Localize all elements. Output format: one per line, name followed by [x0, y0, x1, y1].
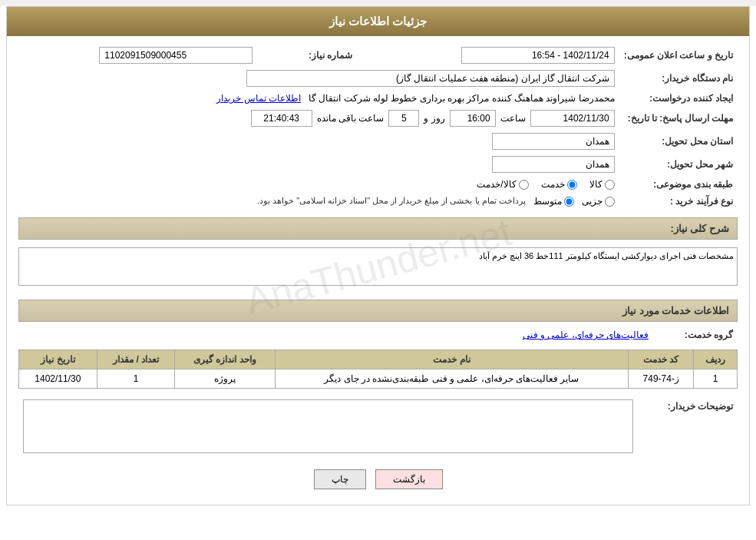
- province-value: همدان: [492, 133, 615, 150]
- cell-name: سایر فعالیت‌های حرفه‌ای، علمی و فنی طبقه…: [275, 369, 629, 389]
- col-date: تاریخ نیاز: [19, 350, 97, 369]
- requester-value: محمدرضا شیراوند هماهنگ کننده مراکز بهره …: [309, 93, 615, 104]
- page-header: جزئیات اطلاعات نیاز: [7, 7, 749, 36]
- cell-row: 1: [694, 369, 738, 389]
- radio-motevaset-label: متوسط: [533, 196, 562, 207]
- purchase-type-row: جزیی متوسط پرداخت تمام یا بخشی از مبلغ خ…: [23, 196, 615, 207]
- service-info-label: اطلاعات خدمات مورد نیاز: [622, 305, 729, 316]
- deadline-remaining-label: ساعت باقی مانده: [317, 113, 385, 124]
- buyer-desc-textarea[interactable]: [23, 399, 633, 453]
- city-label: شهر محل تحویل:: [619, 153, 738, 176]
- purchase-note: پرداخت تمام یا بخشی از مبلغ خریدار از مح…: [257, 196, 526, 206]
- cell-unit: پروژه: [175, 369, 275, 389]
- row-service-group: گروه خدمت: فعالیت‌های حرفه‌ای، علمی و فن…: [18, 326, 738, 343]
- need-desc-area: AnaThunder.net <span data-bind="fields.n…: [18, 244, 738, 292]
- page-outer: جزئیات اطلاعات نیاز تاریخ و ساعت اعلان ع…: [6, 6, 750, 505]
- radio-kala-khedmat-label: کالا/خدمت: [477, 179, 516, 190]
- back-button[interactable]: بازگشت: [375, 469, 443, 489]
- col-unit: واحد اندازه گیری: [175, 350, 275, 369]
- deadline-row: 1402/11/30 ساعت 16:00 روز و 5 ساعت باقی …: [23, 110, 615, 127]
- service-group-label: گروه خدمت:: [653, 326, 738, 343]
- need-number-label: شماره نیاز:: [257, 44, 357, 67]
- deadline-day-label: روز و: [424, 113, 444, 124]
- main-content: تاریخ و ساعت اعلان عمومی: 1402/11/24 - 1…: [7, 36, 749, 505]
- announce-value: 1402/11/24 - 16:54: [461, 47, 615, 64]
- service-table-header-row: ردیف کد خدمت نام خدمت واحد اندازه گیری ت…: [19, 350, 738, 369]
- service-table-body: 1ز-74-749سایر فعالیت‌های حرفه‌ای، علمی و…: [19, 369, 738, 389]
- table-row: 1ز-74-749سایر فعالیت‌های حرفه‌ای، علمی و…: [19, 369, 738, 389]
- need-desc-textarea[interactable]: <span data-bind="fields.need_desc_value"…: [18, 247, 738, 286]
- row-requester: ایجاد کننده درخواست: محمدرضا شیراوند هما…: [18, 90, 738, 107]
- row-buyer-desc: توضیحات خریدار:: [18, 396, 738, 459]
- deadline-date: 1402/11/30: [530, 110, 615, 127]
- deadline-remaining: 21:40:43: [251, 110, 312, 127]
- row-purchase-type: نوع فرآیند خرید : جزیی متوسط پرداخت تمام…: [18, 193, 738, 210]
- category-radios: کالا خدمت کالا/خدمت: [23, 179, 615, 190]
- col-qty: تعداد / مقدار: [97, 350, 175, 369]
- row-need-number: تاریخ و ساعت اعلان عمومی: 1402/11/24 - 1…: [18, 44, 738, 67]
- announce-label: تاریخ و ساعت اعلان عمومی:: [619, 44, 738, 67]
- print-button[interactable]: چاپ: [314, 469, 366, 489]
- buyer-desc-label: توضیحات خریدار:: [638, 396, 738, 459]
- row-province: استان محل تحویل: همدان: [18, 130, 738, 153]
- need-desc-label: شرح کلی نیاز:: [670, 223, 729, 234]
- radio-kala-label: کالا: [589, 179, 602, 190]
- buyer-org-label: نام دستگاه خریدار:: [619, 67, 738, 90]
- buyer-org-value: شرکت انتقال گاز ایران (منطقه هفت عملیات …: [246, 70, 615, 87]
- col-service-name: نام خدمت: [275, 350, 629, 369]
- requester-link[interactable]: اطلاعات تماس خریدار: [216, 93, 301, 104]
- row-category: طبقه بندی موضوعی: کالا خدمت کالا/خدمت: [18, 176, 738, 193]
- service-table-head: ردیف کد خدمت نام خدمت واحد اندازه گیری ت…: [19, 350, 738, 369]
- cell-qty: 1: [97, 369, 175, 389]
- service-group-table: گروه خدمت: فعالیت‌های حرفه‌ای، علمی و فن…: [18, 326, 738, 343]
- col-row-num: ردیف: [694, 350, 738, 369]
- radio-jozi[interactable]: جزیی: [582, 196, 615, 207]
- category-label: طبقه بندی موضوعی:: [619, 176, 738, 193]
- radio-kala-khedmat[interactable]: کالا/خدمت: [477, 179, 528, 190]
- col-service-code: کد خدمت: [629, 350, 694, 369]
- buyer-desc-table: توضیحات خریدار:: [18, 396, 738, 459]
- deadline-time: 16:00: [450, 110, 496, 127]
- radio-khedmat-label: خدمت: [541, 179, 565, 190]
- need-number-value: 1102091509000455: [99, 47, 253, 64]
- deadline-label: مهلت ارسال پاسخ: تا تاریخ:: [619, 107, 738, 130]
- radio-jozi-label: جزیی: [582, 196, 602, 207]
- purchase-type-label: نوع فرآیند خرید :: [619, 193, 738, 210]
- buttons-row: بازگشت چاپ: [18, 469, 738, 489]
- row-city: شهر محل تحویل: همدان: [18, 153, 738, 176]
- cell-code: ز-74-749: [629, 369, 694, 389]
- city-value: همدان: [492, 156, 615, 173]
- info-table: تاریخ و ساعت اعلان عمومی: 1402/11/24 - 1…: [18, 44, 738, 210]
- row-buyer-org: نام دستگاه خریدار: شرکت انتقال گاز ایران…: [18, 67, 738, 90]
- radio-kala[interactable]: کالا: [589, 179, 615, 190]
- page-wrapper: جزئیات اطلاعات نیاز تاریخ و ساعت اعلان ع…: [0, 6, 756, 540]
- requester-label: ایجاد کننده درخواست:: [619, 90, 738, 107]
- radio-motevaset[interactable]: متوسط: [533, 196, 574, 207]
- need-desc-section-header: شرح کلی نیاز:: [18, 217, 738, 240]
- service-info-section-header: اطلاعات خدمات مورد نیاز: [18, 300, 738, 322]
- deadline-days: 5: [388, 110, 419, 127]
- cell-date: 1402/11/30: [19, 369, 97, 389]
- service-group-value[interactable]: فعالیت‌های حرفه‌ای، علمی و فنی: [523, 330, 649, 340]
- service-table: ردیف کد خدمت نام خدمت واحد اندازه گیری ت…: [18, 350, 738, 389]
- row-deadline: مهلت ارسال پاسخ: تا تاریخ: 1402/11/30 سا…: [18, 107, 738, 130]
- page-title: جزئیات اطلاعات نیاز: [329, 15, 427, 28]
- radio-khedmat[interactable]: خدمت: [541, 179, 577, 190]
- deadline-time-label: ساعت: [500, 113, 526, 124]
- province-label: استان محل تحویل:: [619, 130, 738, 153]
